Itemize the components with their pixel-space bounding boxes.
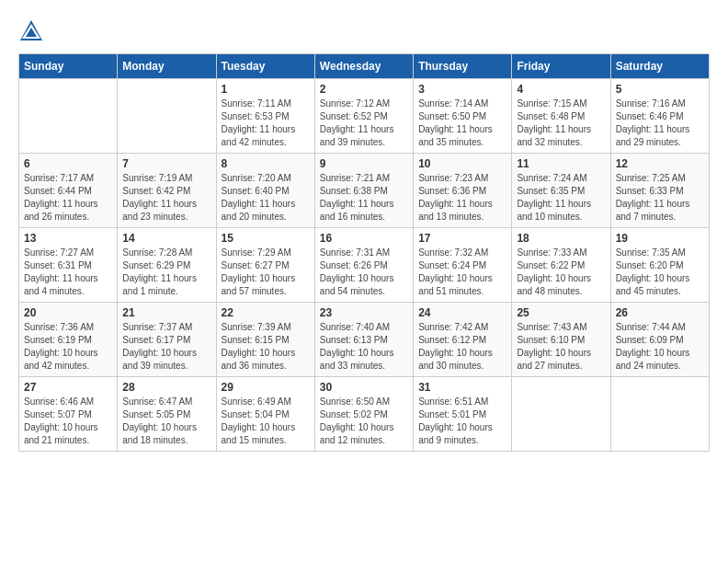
calendar-body: 1Sunrise: 7:11 AM Sunset: 6:53 PM Daylig… xyxy=(19,79,710,452)
day-number: 11 xyxy=(517,157,605,170)
calendar-cell: 12Sunrise: 7:25 AM Sunset: 6:33 PM Dayli… xyxy=(610,154,709,228)
day-number: 18 xyxy=(517,232,605,245)
calendar-cell: 21Sunrise: 7:37 AM Sunset: 6:17 PM Dayli… xyxy=(118,303,216,377)
weekday-header: Sunday xyxy=(19,54,118,79)
day-number: 7 xyxy=(122,157,210,170)
day-info: Sunrise: 7:23 AM Sunset: 6:36 PM Dayligh… xyxy=(418,172,506,224)
day-info: Sunrise: 7:20 AM Sunset: 6:40 PM Dayligh… xyxy=(222,172,310,224)
calendar-cell: 1Sunrise: 7:11 AM Sunset: 6:53 PM Daylig… xyxy=(216,79,314,154)
calendar-cell: 23Sunrise: 7:40 AM Sunset: 6:13 PM Dayli… xyxy=(314,303,413,377)
day-number: 19 xyxy=(616,232,704,245)
day-number: 17 xyxy=(418,232,506,245)
day-number: 23 xyxy=(320,306,408,319)
day-info: Sunrise: 6:51 AM Sunset: 5:01 PM Dayligh… xyxy=(418,396,506,447)
day-info: Sunrise: 7:42 AM Sunset: 6:12 PM Dayligh… xyxy=(418,321,506,373)
day-number: 25 xyxy=(517,306,605,319)
day-info: Sunrise: 6:47 AM Sunset: 5:05 PM Dayligh… xyxy=(122,396,210,447)
weekday-header: Friday xyxy=(512,54,610,79)
day-number: 14 xyxy=(122,232,210,245)
day-number: 4 xyxy=(517,83,605,96)
calendar-cell: 11Sunrise: 7:24 AM Sunset: 6:35 PM Dayli… xyxy=(512,154,610,228)
calendar-week-row: 6Sunrise: 7:17 AM Sunset: 6:44 PM Daylig… xyxy=(19,154,710,228)
calendar-cell: 6Sunrise: 7:17 AM Sunset: 6:44 PM Daylig… xyxy=(19,154,118,228)
weekday-header: Saturday xyxy=(610,54,709,79)
day-info: Sunrise: 7:16 AM Sunset: 6:46 PM Dayligh… xyxy=(616,98,704,149)
weekday-header: Monday xyxy=(118,54,216,79)
calendar-cell: 24Sunrise: 7:42 AM Sunset: 6:12 PM Dayli… xyxy=(414,303,512,377)
day-info: Sunrise: 7:31 AM Sunset: 6:26 PM Dayligh… xyxy=(320,247,408,298)
day-number: 15 xyxy=(222,232,310,245)
logo xyxy=(18,18,47,44)
calendar-cell: 30Sunrise: 6:50 AM Sunset: 5:02 PM Dayli… xyxy=(314,377,413,452)
day-info: Sunrise: 6:49 AM Sunset: 5:04 PM Dayligh… xyxy=(222,396,310,447)
calendar-cell: 4Sunrise: 7:15 AM Sunset: 6:48 PM Daylig… xyxy=(512,79,610,154)
calendar-cell: 10Sunrise: 7:23 AM Sunset: 6:36 PM Dayli… xyxy=(414,154,512,228)
calendar-cell: 25Sunrise: 7:43 AM Sunset: 6:10 PM Dayli… xyxy=(512,303,610,377)
day-info: Sunrise: 7:43 AM Sunset: 6:10 PM Dayligh… xyxy=(517,321,605,373)
day-info: Sunrise: 7:28 AM Sunset: 6:29 PM Dayligh… xyxy=(122,247,210,298)
day-number: 12 xyxy=(616,157,704,170)
day-info: Sunrise: 7:25 AM Sunset: 6:33 PM Dayligh… xyxy=(616,172,704,224)
day-info: Sunrise: 7:33 AM Sunset: 6:22 PM Dayligh… xyxy=(517,247,605,298)
calendar-cell: 2Sunrise: 7:12 AM Sunset: 6:52 PM Daylig… xyxy=(314,79,413,154)
calendar-cell xyxy=(512,377,610,452)
weekday-header: Wednesday xyxy=(314,54,413,79)
day-number: 24 xyxy=(418,306,506,319)
day-number: 2 xyxy=(320,83,408,96)
calendar-cell: 31Sunrise: 6:51 AM Sunset: 5:01 PM Dayli… xyxy=(414,377,512,452)
calendar-cell: 9Sunrise: 7:21 AM Sunset: 6:38 PM Daylig… xyxy=(314,154,413,228)
day-info: Sunrise: 7:11 AM Sunset: 6:53 PM Dayligh… xyxy=(222,98,310,149)
day-info: Sunrise: 6:46 AM Sunset: 5:07 PM Dayligh… xyxy=(24,396,112,447)
day-number: 21 xyxy=(122,306,210,319)
weekday-header: Thursday xyxy=(414,54,512,79)
calendar-cell: 8Sunrise: 7:20 AM Sunset: 6:40 PM Daylig… xyxy=(216,154,314,228)
day-number: 22 xyxy=(222,306,310,319)
day-number: 28 xyxy=(122,381,210,394)
calendar-week-row: 20Sunrise: 7:36 AM Sunset: 6:19 PM Dayli… xyxy=(19,303,710,377)
calendar-cell: 14Sunrise: 7:28 AM Sunset: 6:29 PM Dayli… xyxy=(118,228,216,303)
calendar-table: SundayMondayTuesdayWednesdayThursdayFrid… xyxy=(18,53,710,452)
calendar-cell: 15Sunrise: 7:29 AM Sunset: 6:27 PM Dayli… xyxy=(216,228,314,303)
calendar-cell xyxy=(19,79,118,154)
day-info: Sunrise: 7:36 AM Sunset: 6:19 PM Dayligh… xyxy=(24,321,112,373)
day-info: Sunrise: 7:19 AM Sunset: 6:42 PM Dayligh… xyxy=(122,172,210,224)
day-info: Sunrise: 7:37 AM Sunset: 6:17 PM Dayligh… xyxy=(122,321,210,373)
day-info: Sunrise: 7:17 AM Sunset: 6:44 PM Dayligh… xyxy=(24,172,112,224)
calendar-cell: 16Sunrise: 7:31 AM Sunset: 6:26 PM Dayli… xyxy=(314,228,413,303)
calendar-header: SundayMondayTuesdayWednesdayThursdayFrid… xyxy=(19,54,710,79)
calendar-cell: 22Sunrise: 7:39 AM Sunset: 6:15 PM Dayli… xyxy=(216,303,314,377)
day-info: Sunrise: 7:12 AM Sunset: 6:52 PM Dayligh… xyxy=(320,98,408,149)
day-number: 1 xyxy=(222,83,310,96)
day-info: Sunrise: 7:15 AM Sunset: 6:48 PM Dayligh… xyxy=(517,98,605,149)
calendar-cell: 3Sunrise: 7:14 AM Sunset: 6:50 PM Daylig… xyxy=(414,79,512,154)
day-number: 30 xyxy=(320,381,408,394)
day-info: Sunrise: 7:14 AM Sunset: 6:50 PM Dayligh… xyxy=(418,98,506,149)
calendar-cell: 26Sunrise: 7:44 AM Sunset: 6:09 PM Dayli… xyxy=(610,303,709,377)
day-info: Sunrise: 7:40 AM Sunset: 6:13 PM Dayligh… xyxy=(320,321,408,373)
day-number: 20 xyxy=(24,306,112,319)
day-number: 3 xyxy=(418,83,506,96)
calendar-week-row: 27Sunrise: 6:46 AM Sunset: 5:07 PM Dayli… xyxy=(19,377,710,452)
calendar-cell: 28Sunrise: 6:47 AM Sunset: 5:05 PM Dayli… xyxy=(118,377,216,452)
calendar-cell: 27Sunrise: 6:46 AM Sunset: 5:07 PM Dayli… xyxy=(19,377,118,452)
day-info: Sunrise: 7:35 AM Sunset: 6:20 PM Dayligh… xyxy=(616,247,704,298)
day-info: Sunrise: 7:32 AM Sunset: 6:24 PM Dayligh… xyxy=(418,247,506,298)
calendar-week-row: 1Sunrise: 7:11 AM Sunset: 6:53 PM Daylig… xyxy=(19,79,710,154)
calendar-cell xyxy=(610,377,709,452)
day-number: 13 xyxy=(24,232,112,245)
day-number: 29 xyxy=(222,381,310,394)
day-info: Sunrise: 7:29 AM Sunset: 6:27 PM Dayligh… xyxy=(222,247,310,298)
calendar-cell: 19Sunrise: 7:35 AM Sunset: 6:20 PM Dayli… xyxy=(610,228,709,303)
day-info: Sunrise: 7:24 AM Sunset: 6:35 PM Dayligh… xyxy=(517,172,605,224)
page-header xyxy=(18,18,710,44)
day-number: 10 xyxy=(418,157,506,170)
day-number: 5 xyxy=(616,83,704,96)
weekday-header: Tuesday xyxy=(216,54,314,79)
calendar-cell: 18Sunrise: 7:33 AM Sunset: 6:22 PM Dayli… xyxy=(512,228,610,303)
logo-icon xyxy=(18,18,44,44)
day-number: 6 xyxy=(24,157,112,170)
weekday-row: SundayMondayTuesdayWednesdayThursdayFrid… xyxy=(19,54,710,79)
day-info: Sunrise: 6:50 AM Sunset: 5:02 PM Dayligh… xyxy=(320,396,408,447)
day-info: Sunrise: 7:27 AM Sunset: 6:31 PM Dayligh… xyxy=(24,247,112,298)
day-number: 16 xyxy=(320,232,408,245)
